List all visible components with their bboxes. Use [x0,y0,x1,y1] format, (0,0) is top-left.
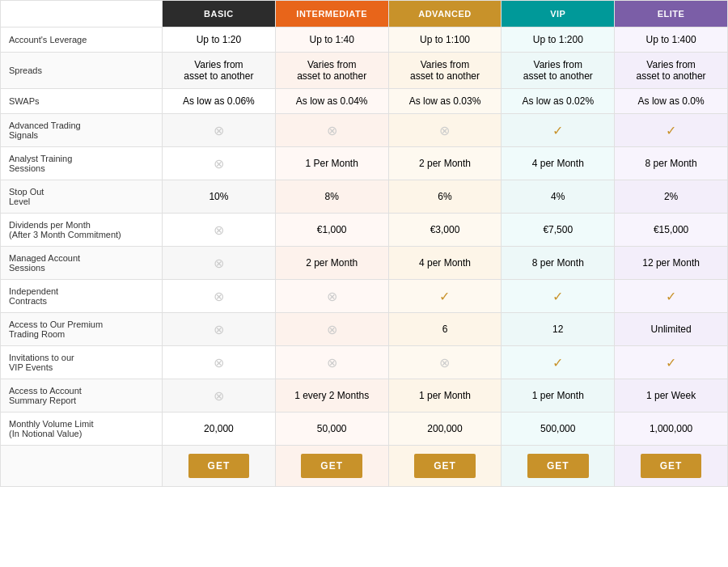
feature-cell: Analyst TrainingSessions [1,147,163,180]
table-row: Invitations to ourVIP Events⊗⊗⊗✓✓ [1,346,728,379]
intermediate-cell: ⊗ [275,313,388,346]
advanced-cell: ⊗ [388,346,502,379]
intermediate-cell: ⊗ [275,114,388,147]
elite-cell: ✓ [615,114,728,147]
check-icon: ✓ [552,124,563,138]
elite-cell: Up to 1:400 [615,28,728,53]
vip-cell: Varies fromasset to another [502,53,615,89]
cross-icon: ⊗ [327,124,337,138]
basic-cell: ⊗ [163,214,276,247]
feature-cell: Access to Our PremiumTrading Room [1,313,163,346]
table-row: Stop OutLevel10%8%6%4%2% [1,180,728,214]
cross-icon: ⊗ [214,389,224,403]
vip-get-button[interactable]: GET [527,454,589,478]
feature-cell: Advanced TradingSignals [1,114,163,147]
elite-cell: 1,000,000 [615,413,728,446]
vip-cell: Up to 1:200 [502,28,615,53]
basic-cell: 10% [163,180,276,214]
cross-icon: ⊗ [214,323,224,336]
pricing-table: BASIC INTERMEDIATE ADVANCED VIP ELITE Ac… [0,0,728,487]
table-row: Access to AccountSummary Report⊗1 every … [1,379,728,413]
feature-cell: Monthly Volume Limit(In Notional Value) [1,413,163,446]
advanced-cell: 2 per Month [388,147,502,180]
advanced-cell: ⊗ [388,114,502,147]
vip-cell: ✓ [502,346,615,379]
cross-icon: ⊗ [327,290,337,303]
check-icon: ✓ [439,290,450,303]
vip-cell: 1 per Month [502,379,615,413]
basic-cell: ⊗ [163,346,276,379]
advanced-cell: Varies fromasset to another [388,53,502,89]
table-row: Analyst TrainingSessions⊗1 Per Month2 pe… [1,147,728,180]
intermediate-cell: As low as 0.04% [275,89,388,114]
advanced-button-cell: GET [388,446,502,487]
intermediate-get-button[interactable]: GET [301,454,362,478]
intermediate-cell: 8% [275,180,388,214]
cross-icon: ⊗ [327,356,337,370]
feature-cell: Invitations to ourVIP Events [1,346,163,379]
elite-cell: Varies fromasset to another [615,53,728,89]
vip-header: VIP [502,1,615,28]
basic-get-button[interactable]: GET [188,454,250,478]
check-icon: ✓ [666,124,676,138]
feature-cell: Access to AccountSummary Report [1,379,163,413]
vip-cell: 4 per Month [502,147,615,180]
feature-cell: Managed AccountSessions [1,247,163,280]
table-row: Advanced TradingSignals⊗⊗⊗✓✓ [1,114,728,147]
vip-cell: ✓ [502,114,615,147]
elite-get-button[interactable]: GET [641,454,702,478]
vip-cell: 500,000 [502,413,615,446]
cross-icon: ⊗ [214,223,224,237]
feature-cell: IndependentContracts [1,280,163,313]
table-row: SpreadsVaries fromasset to anotherVaries… [1,53,728,89]
intermediate-cell: 50,000 [275,413,388,446]
vip-cell: 8 per Month [502,247,615,280]
table-row: Account's LeverageUp to 1:20Up to 1:40Up… [1,28,728,53]
elite-header: ELITE [615,1,728,28]
elite-cell: 1 per Week [615,379,728,413]
intermediate-cell: 1 Per Month [275,147,388,180]
table-row: SWAPsAs low as 0.06%As low as 0.04%As lo… [1,89,728,114]
basic-button-cell: GET [163,446,276,487]
intermediate-cell: 2 per Month [275,247,388,280]
feature-cell: Dividends per Month(After 3 Month Commit… [1,214,163,247]
basic-header: BASIC [163,1,276,28]
cross-icon: ⊗ [439,356,450,370]
intermediate-cell: Varies fromasset to another [275,53,388,89]
basic-cell: ⊗ [163,247,276,280]
elite-cell: Unlimited [615,313,728,346]
vip-cell: 4% [502,180,615,214]
elite-cell: 8 per Month [615,147,728,180]
advanced-cell: 6 [388,313,502,346]
feature-cell: Spreads [1,53,163,89]
table-row: Access to Our PremiumTrading Room⊗⊗612Un… [1,313,728,346]
intermediate-cell: 1 every 2 Months [275,379,388,413]
basic-cell: ⊗ [163,114,276,147]
elite-cell: 2% [615,180,728,214]
basic-cell: ⊗ [163,280,276,313]
intermediate-cell: €1,000 [275,214,388,247]
feature-cell: Stop OutLevel [1,180,163,214]
advanced-cell: 1 per Month [388,379,502,413]
cross-icon: ⊗ [214,157,224,171]
advanced-cell: €3,000 [388,214,502,247]
advanced-header: ADVANCED [388,1,502,28]
check-icon: ✓ [666,356,676,370]
intermediate-button-cell: GET [275,446,388,487]
elite-cell: As low as 0.0% [615,89,728,114]
check-icon: ✓ [666,290,676,303]
vip-cell: ✓ [502,280,615,313]
elite-cell: ✓ [615,346,728,379]
advanced-cell: 6% [388,180,502,214]
basic-cell: ⊗ [163,379,276,413]
basic-cell: ⊗ [163,313,276,346]
feature-header [1,1,163,28]
header-row: BASIC INTERMEDIATE ADVANCED VIP ELITE [1,1,728,28]
vip-cell: 12 [502,313,615,346]
elite-cell: ✓ [615,280,728,313]
advanced-get-button[interactable]: GET [414,454,476,478]
vip-button-cell: GET [502,446,615,487]
advanced-cell: Up to 1:100 [388,28,502,53]
elite-cell: 12 per Month [615,247,728,280]
cross-icon: ⊗ [214,290,224,303]
